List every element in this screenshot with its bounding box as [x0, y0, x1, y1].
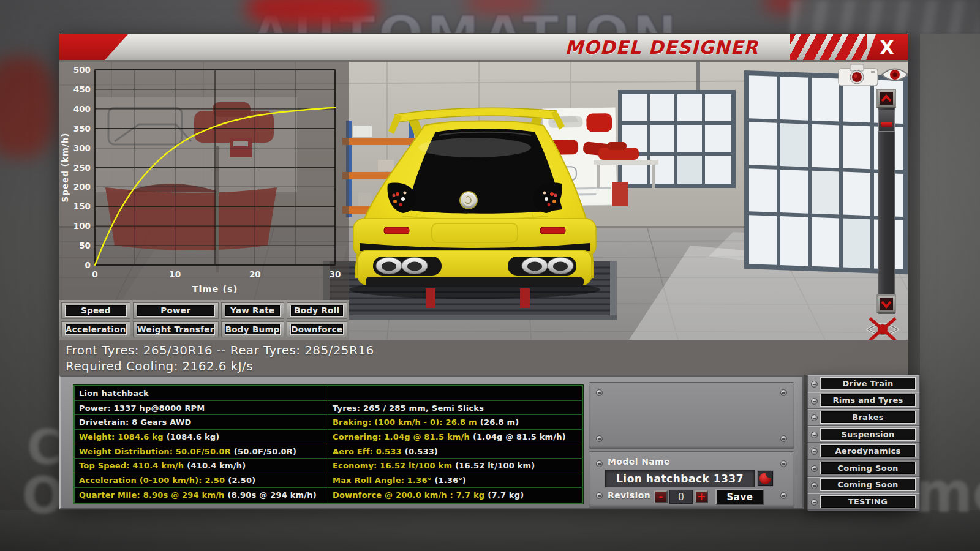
screen: AUTOMATION C O me MODEL DESIGNER X [0, 0, 980, 551]
model-name-input[interactable] [605, 470, 755, 487]
revision-minus-button[interactable]: - [654, 490, 668, 503]
screw-icon [811, 381, 818, 388]
stats-row: Lion hatchback [75, 386, 582, 401]
stat-text: Cornering: 1.04g @ 81.5 km/h [333, 432, 470, 441]
stat-text: Economy: 16.52 lt/100 km [333, 461, 452, 470]
zoom-scrollbar-handle[interactable] [878, 110, 895, 132]
side-button-slot: Brakes [808, 409, 919, 426]
graph-button-body-roll[interactable]: Body Roll [290, 305, 344, 317]
stat-paren-value: (410.4 km/h) [187, 461, 246, 470]
graph-button-downforce[interactable]: Downforce [290, 324, 344, 335]
graph-button-acceleration[interactable]: Acceleration [65, 324, 127, 335]
screw-icon [811, 482, 818, 489]
side-button-slot: Coming Soon [808, 477, 919, 494]
screw-icon [780, 389, 787, 396]
speed-time-chart: 0501001502002503003504004505000102030Tim… [59, 62, 349, 300]
screw-icon [811, 499, 818, 506]
side-button-coming-soon-5[interactable]: Coming Soon [820, 462, 916, 474]
stat-text: Max Roll Angle: 1.36° [333, 476, 431, 485]
empty-plate [589, 382, 794, 449]
model-name-panel: Model Name Revision - 0 + Save [589, 451, 794, 508]
y-axis-label: Speed (km/h) [60, 133, 70, 203]
revision-plus-button[interactable]: + [695, 490, 708, 503]
graph-button-frame: Power [133, 302, 219, 319]
side-button-brakes[interactable]: Brakes [820, 411, 916, 424]
stat-text: Downforce @ 200.0 km/h : 7.7 kg [333, 490, 484, 500]
x-tick-label: 20 [249, 269, 261, 279]
background-letter: me [915, 460, 980, 525]
stat-paren-value: (50.0F/50.0R) [234, 447, 296, 456]
stat-paren-value: (1.04g @ 81.5 km/h) [473, 432, 566, 441]
stats-cell-left: Power: 1337 hp@8000 RPM [75, 401, 328, 415]
stats-row: Quarter Mile: 8.90s @ 294 km/h(8.90s @ 2… [75, 488, 582, 503]
graph-button-frame: Weight Transfer [133, 321, 219, 338]
graph-button-power[interactable]: Power [137, 305, 215, 317]
screw-icon [596, 389, 603, 396]
background-right [920, 34, 980, 511]
stats-row: Drivetrain: 8 Gears AWDBraking: (100 km/… [75, 415, 582, 430]
stat-text: Braking: (100 km/h - 0): 26.8 m [333, 418, 477, 427]
screw-icon [811, 432, 818, 438]
graph-button-frame: Speed [61, 302, 130, 319]
stat-text: Tyres: 265 / 285 mm, Semi Slicks [333, 403, 484, 413]
graph-button-frame: Yaw Rate [221, 302, 284, 319]
stat-text: Acceleration (0-100 km/h): 2.50 [79, 476, 225, 485]
stats-cell-right: Downforce @ 200.0 km/h : 7.7 kg(7.7 kg) [328, 488, 582, 503]
graph-button-frame: Acceleration [61, 321, 130, 338]
x-axis-label: Time (s) [192, 284, 238, 294]
hide-ui-crossed-eye-icon[interactable] [865, 315, 900, 340]
randomize-name-button[interactable] [757, 470, 774, 487]
screw-icon [811, 398, 818, 405]
background-red-blur [0, 56, 55, 157]
side-button-slot: Coming Soon [808, 460, 919, 477]
y-tick-label: 100 [74, 221, 91, 231]
side-button-rims-and-tyres[interactable]: Rims and Tyres [820, 394, 916, 407]
stat-text: Weight Distribution: 50.0F/50.0R [79, 447, 231, 456]
graph-button-speed[interactable]: Speed [65, 305, 127, 317]
x-tick-label: 10 [169, 269, 181, 279]
stats-cell-left: Drivetrain: 8 Gears AWD [75, 415, 328, 429]
graph-button-weight-transfer[interactable]: Weight Transfer [137, 324, 215, 335]
side-button-suspension[interactable]: Suspension [820, 428, 916, 441]
stat-paren-value: (16.52 lt/100 km) [455, 461, 535, 470]
title-bar: MODEL DESIGNER X [59, 34, 908, 62]
screw-icon [811, 448, 818, 455]
side-button-coming-soon-6[interactable]: Coming Soon [820, 478, 916, 491]
design-sections-panel: Drive TrainRims and TyresBrakesSuspensio… [807, 375, 920, 510]
window-title: MODEL DESIGNER [565, 37, 758, 58]
garage-viewport[interactable]: 0501001502002503003504004505000102030Tim… [59, 62, 908, 340]
x-tick-label: 30 [330, 269, 341, 279]
speed-chart-panel: 0501001502002503003504004505000102030Tim… [59, 62, 349, 300]
revision-value: 0 [669, 490, 693, 504]
graph-button-frame: Body Bump [221, 321, 284, 338]
graph-button-body-bump[interactable]: Body Bump [225, 324, 281, 335]
save-button[interactable]: Save [715, 489, 764, 505]
bottom-panel: Lion hatchbackPower: 1337 hp@8000 RPMTyr… [59, 375, 804, 509]
graph-type-buttons: SpeedPowerYaw RateBody RollAccelerationW… [59, 300, 349, 340]
close-button[interactable]: X [866, 34, 908, 60]
stat-paren-value: (2.50) [228, 476, 255, 485]
side-button-drive-train[interactable]: Drive Train [820, 377, 916, 390]
graph-button-yaw-rate[interactable]: Yaw Rate [225, 305, 281, 317]
screw-icon [596, 492, 603, 499]
stats-cell-right: Tyres: 265 / 285 mm, Semi Slicks [328, 401, 582, 415]
side-button-aerodynamics[interactable]: Aerodynamics [820, 444, 916, 457]
stats-row: Weight: 1084.6 kg(1084.6 kg)Cornering: 1… [75, 430, 582, 444]
screw-icon [596, 460, 603, 467]
y-tick-label: 500 [74, 65, 91, 75]
stats-cell-left: Acceleration (0-100 km/h): 2.50(2.50) [75, 473, 328, 487]
title-bar-stripes [790, 34, 867, 60]
y-tick-label: 450 [74, 84, 91, 94]
graph-button-frame: Body Roll [287, 302, 347, 319]
y-tick-label: 350 [74, 124, 91, 133]
stats-row: Top Speed: 410.4 km/h(410.4 km/h)Economy… [75, 459, 582, 473]
view-eye-icon[interactable] [880, 66, 908, 86]
vehicle-stats-table: Lion hatchbackPower: 1337 hp@8000 RPMTyr… [74, 385, 583, 504]
background-red-blur [466, 0, 539, 13]
scroll-up-arrow[interactable] [876, 89, 896, 108]
side-button-slot: Suspension [808, 426, 919, 443]
scroll-down-arrow[interactable] [876, 294, 896, 313]
stat-text: Drivetrain: 8 Gears AWD [79, 418, 192, 427]
side-button-testing[interactable]: TESTING [820, 495, 916, 508]
camera-icon[interactable] [837, 63, 881, 90]
